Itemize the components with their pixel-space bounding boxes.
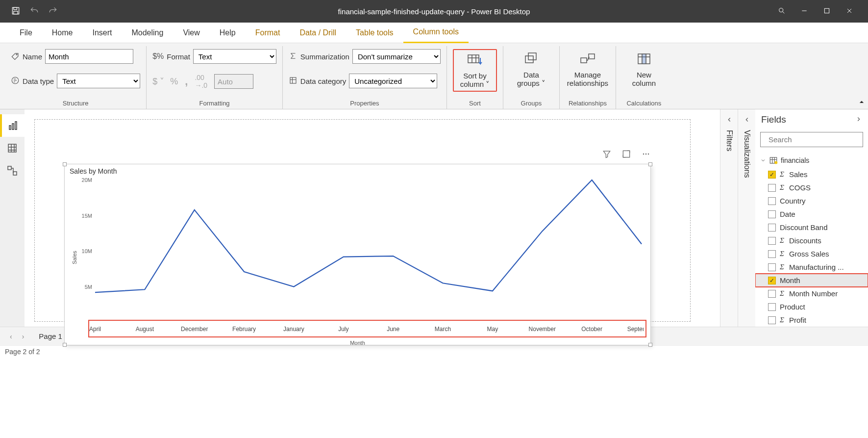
chevron-down-icon: ˅ (486, 80, 490, 88)
summarization-select[interactable]: Don't summarize (352, 49, 441, 64)
field-item-product[interactable]: Product (755, 300, 868, 313)
close-icon[interactable] (845, 7, 853, 16)
field-item-country[interactable]: Country (755, 194, 868, 207)
selection-handle[interactable] (648, 343, 652, 347)
checkbox[interactable] (768, 250, 776, 258)
field-item-discounts[interactable]: ΣDiscounts (755, 234, 868, 247)
selection-handle[interactable] (648, 162, 652, 166)
checkbox[interactable] (768, 316, 776, 324)
menu-help[interactable]: Help (210, 23, 246, 43)
menu-bar: File Home Insert Modeling View Help Form… (0, 23, 868, 43)
selection-handle[interactable] (63, 162, 67, 166)
search-input[interactable] (769, 135, 862, 144)
checkbox[interactable]: ✓ (768, 277, 776, 284)
menu-insert[interactable]: Insert (82, 23, 122, 43)
minimize-icon[interactable] (800, 7, 808, 16)
status-text: Page 2 of 2 (5, 348, 40, 356)
model-view-icon[interactable] (0, 159, 25, 182)
decimal-icon: .00→.0 (195, 74, 207, 89)
field-label: Profit (789, 316, 806, 324)
search-icon[interactable] (778, 7, 786, 16)
field-item-gross-sales[interactable]: ΣGross Sales (755, 247, 868, 260)
field-item-month[interactable]: ✓Month (755, 274, 868, 287)
next-page-icon[interactable]: › (17, 333, 29, 340)
data-view-icon[interactable] (0, 137, 25, 159)
field-item-discount-band[interactable]: Discount Band (755, 221, 868, 234)
menu-view[interactable]: View (173, 23, 209, 43)
manage-relationships-button[interactable]: Manage relationships (566, 49, 610, 87)
report-view-icon[interactable] (0, 114, 25, 137)
currency-icon: $ ˅ (152, 76, 164, 87)
checkbox[interactable]: ✓ (768, 171, 776, 179)
menu-columntools[interactable]: Column tools (403, 23, 469, 43)
svg-rect-16 (12, 124, 14, 129)
table-name: financials (781, 156, 809, 164)
field-label: Month Number (789, 289, 838, 298)
field-item-date[interactable]: Date (755, 207, 868, 221)
group-sort-label: Sort (453, 98, 497, 109)
undo-icon[interactable] (29, 6, 39, 17)
table-node-financials[interactable]: financials (755, 153, 868, 168)
decimals-input (214, 74, 253, 89)
menu-home[interactable]: Home (42, 23, 83, 43)
x-axis-highlight (88, 320, 646, 337)
visualizations-panel-collapsed[interactable]: Visualizations (738, 109, 755, 327)
sort-by-column-button[interactable]: Sort by column ˅ (453, 49, 497, 92)
field-tree: financials ✓ΣSalesΣCOGSCountryDateDiscou… (755, 153, 868, 327)
datacategory-select[interactable]: Uncategorized (349, 74, 437, 88)
redo-icon[interactable] (48, 6, 58, 17)
menu-tabletools[interactable]: Table tools (346, 23, 403, 43)
svg-point-24 (648, 154, 649, 155)
svg-text:20M: 20M (82, 178, 92, 183)
svg-text:5M: 5M (85, 284, 92, 290)
sigma-icon: Σ (780, 183, 784, 192)
svg-rect-11 (581, 58, 587, 63)
checkbox[interactable] (768, 210, 776, 218)
svg-rect-8 (468, 55, 479, 63)
field-label: Month (780, 276, 800, 284)
checkbox[interactable] (768, 303, 776, 311)
field-item-month-number[interactable]: ΣMonth Number (755, 287, 868, 300)
chevron-right-icon[interactable] (855, 114, 862, 125)
field-item-manufacturing-[interactable]: ΣManufacturing ... (755, 260, 868, 274)
field-item-profit[interactable]: ΣProfit (755, 313, 868, 327)
menu-format[interactable]: Format (246, 23, 290, 43)
checkbox[interactable] (768, 184, 776, 192)
ribbon-collapse-icon[interactable] (858, 99, 865, 107)
menu-datadrill[interactable]: Data / Drill (290, 23, 346, 43)
menu-file[interactable]: File (10, 23, 42, 43)
save-icon[interactable] (11, 6, 21, 17)
filter-icon[interactable] (602, 149, 612, 160)
name-input[interactable] (45, 49, 133, 64)
percent-icon: % (170, 77, 178, 87)
main-area: Sales by Month 5M10M15M20MAprilAugustDec… (0, 109, 868, 327)
report-canvas[interactable]: Sales by Month 5M10M15M20MAprilAugustDec… (25, 109, 720, 327)
new-column-button[interactable]: New column (622, 49, 666, 87)
datatype-select[interactable]: Text (57, 74, 140, 88)
menu-modeling[interactable]: Modeling (122, 23, 173, 43)
more-icon[interactable] (641, 149, 651, 160)
checkbox[interactable] (768, 263, 776, 271)
svg-rect-17 (15, 122, 17, 129)
selection-handle[interactable] (63, 343, 67, 347)
filters-panel-collapsed[interactable]: Filters (720, 109, 738, 327)
checkbox[interactable] (768, 197, 776, 205)
prev-page-icon[interactable]: ‹ (5, 333, 17, 340)
checkbox[interactable] (768, 237, 776, 245)
svg-rect-9 (525, 56, 533, 63)
maximize-icon[interactable] (823, 7, 831, 16)
format-select[interactable]: Text (193, 49, 276, 64)
field-item-sales[interactable]: ✓ΣSales (755, 168, 868, 181)
field-item-cogs[interactable]: ΣCOGS (755, 181, 868, 194)
status-bar: Page 2 of 2 (0, 345, 868, 359)
svg-text:10M: 10M (82, 248, 92, 254)
search-box[interactable] (760, 132, 863, 147)
chart-visual[interactable]: Sales by Month 5M10M15M20MAprilAugustDec… (64, 164, 651, 345)
focus-icon[interactable] (621, 149, 631, 160)
checkbox[interactable] (768, 290, 776, 298)
svg-rect-21 (623, 151, 629, 157)
svg-rect-12 (589, 54, 595, 59)
checkbox[interactable] (768, 224, 776, 232)
group-structure-label: Structure (11, 98, 140, 109)
data-groups-button[interactable]: Data groups ˅ (509, 49, 553, 88)
